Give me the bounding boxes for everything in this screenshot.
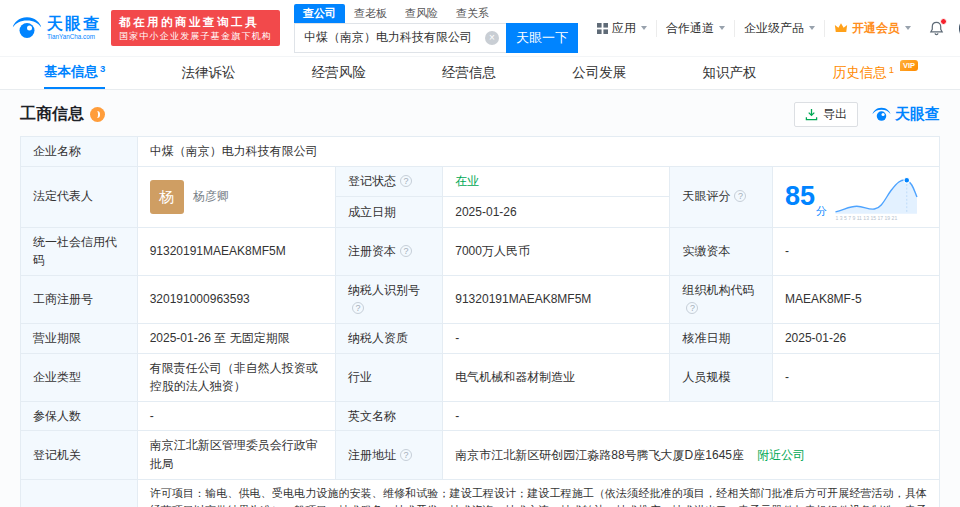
field-value-score: 85 分 1 3 5 7 9 11 13 15 17 19 21 (772, 166, 939, 227)
menu-cooperation[interactable]: 合作通道 (656, 20, 734, 37)
top-menu: 应用 合作通道 企业级产品 开通会员 (588, 16, 960, 41)
legal-rep-avatar[interactable]: 杨 (150, 180, 184, 214)
promo-line1: 都在用的商业查询工具 (119, 14, 272, 30)
menu-apps-label: 应用 (612, 20, 636, 37)
search-input[interactable] (294, 23, 506, 53)
search-tab-relation[interactable]: 查关系 (447, 4, 498, 23)
menu-open-vip[interactable]: 开通会员 (824, 20, 920, 37)
tab-label: 公司发展 (572, 64, 626, 82)
field-label-reg-status: 登记状态? (336, 166, 443, 197)
table-row: 企业类型 有限责任公司（非自然人投资或控股的法人独资） 行业 电气机械和器材制造… (21, 353, 940, 401)
tab-history-info[interactable]: 历史信息1 VIP (833, 57, 916, 89)
field-value-reg-capital: 7000万人民币 (443, 227, 670, 275)
field-label-legal-rep: 法定代表人 (21, 166, 138, 227)
tab-basic-info[interactable]: 基本信息3 (44, 57, 105, 89)
nearby-companies-link[interactable]: 附近公司 (757, 448, 805, 462)
tab-label: 经营信息 (442, 64, 496, 82)
field-label-reg-no: 工商注册号 (21, 275, 138, 323)
table-row: 工商注册号 320191000963593 纳税人识别号? 91320191MA… (21, 275, 940, 323)
menu-cooperation-label: 合作通道 (666, 20, 714, 37)
tab-label: 知识产权 (702, 64, 756, 82)
tab-label: 经营风险 (312, 64, 366, 82)
brand-watermark: 天眼查 (872, 105, 940, 124)
top-header: 天眼查 TianYanCha.com 都在用的商业查询工具 国家中小企业发展子基… (0, 0, 960, 56)
tianyancha-logo[interactable]: 天眼查 TianYanCha.com (12, 13, 101, 43)
table-row: 企业名称 中煤（南京）电力科技有限公司 (21, 137, 940, 167)
field-value-taxpayer-id: 91320191MAEAK8MF5M (443, 275, 670, 323)
search-tab-company[interactable]: 查公司 (294, 4, 345, 23)
info-icon[interactable]: ? (400, 245, 412, 257)
notification-bell[interactable] (920, 21, 953, 36)
tab-intellectual-property[interactable]: 知识产权 (702, 57, 756, 89)
field-label-business-term: 营业期限 (21, 323, 138, 353)
field-value-org-code: MAEAK8MF-5 (772, 275, 939, 323)
field-value-english-name: - (443, 401, 940, 431)
search-button[interactable]: 天眼一下 (506, 23, 578, 53)
field-value-approval-date: 2025-01-26 (772, 323, 939, 353)
menu-vip-label: 开通会员 (852, 20, 900, 37)
grid-icon (597, 23, 608, 34)
field-value-reg-no: 320191000963593 (137, 275, 335, 323)
tab-badge: 1 (889, 64, 894, 75)
score-value[interactable]: 85 (785, 183, 815, 210)
info-icon[interactable]: ? (400, 175, 412, 187)
user-account[interactable]: 超级... (953, 16, 960, 41)
field-label-industry: 行业 (336, 353, 443, 401)
field-label-reg-address: 注册地址? (336, 431, 443, 479)
field-label-paid-capital: 实缴资本 (670, 227, 772, 275)
tab-label: 基本信息 (44, 63, 98, 81)
tianyancha-eye-icon (12, 13, 42, 43)
menu-apps[interactable]: 应用 (588, 20, 656, 37)
audio-icon[interactable] (90, 107, 105, 122)
field-label-approval-date: 核准日期 (670, 323, 772, 353)
field-value-staff-size: - (772, 353, 939, 401)
tianyancha-company-page: 天眼查 TianYanCha.com 都在用的商业查询工具 国家中小企业发展子基… (0, 0, 960, 507)
field-value-insured-num: - (137, 401, 335, 431)
crown-icon (834, 23, 848, 34)
tab-operating-risk[interactable]: 经营风险 (312, 57, 366, 89)
search-tab-boss[interactable]: 查老板 (345, 4, 396, 23)
tab-label: 法律诉讼 (182, 64, 236, 82)
table-row: 参保人数 - 英文名称 - (21, 401, 940, 431)
chevron-down-icon (641, 26, 647, 30)
logo-cn-text: 天眼查 (47, 15, 101, 33)
brand-name: 天眼查 (895, 105, 940, 124)
field-label-company-name: 企业名称 (21, 137, 138, 167)
legal-rep-name[interactable]: 杨彦卿 (193, 187, 229, 206)
export-icon (805, 108, 818, 121)
table-row: 经营范围 许可项目：输电、供电、受电电力设施的安装、维修和试验；建设工程设计；建… (21, 479, 940, 507)
field-value-paid-capital: - (772, 227, 939, 275)
main-content: 工商信息 导出 天眼查 (0, 90, 960, 507)
tab-company-development[interactable]: 公司发展 (572, 57, 626, 89)
table-row: 统一社会信用代码 91320191MAEAK8MF5M 注册资本? 7000万人… (21, 227, 940, 275)
info-icon[interactable]: ? (734, 190, 746, 202)
field-label-taxpayer-quality: 纳税人资质 (336, 323, 443, 353)
tab-operating-info[interactable]: 经营信息 (442, 57, 496, 89)
field-value-taxpayer-quality: - (443, 323, 670, 353)
search-tab-risk[interactable]: 查风险 (396, 4, 447, 23)
field-label-taxpayer-id: 纳税人识别号? (336, 275, 443, 323)
field-value-company-name: 中煤（南京）电力科技有限公司 (137, 137, 939, 167)
field-value-business-term: 2025-01-26 至 无固定期限 (137, 323, 335, 353)
field-label-business-scope: 经营范围 (21, 479, 138, 507)
field-label-insured-num: 参保人数 (21, 401, 138, 431)
tab-label: 历史信息 (833, 64, 887, 82)
menu-enterprise-products[interactable]: 企业级产品 (734, 20, 824, 37)
field-label-reg-authority: 登记机关 (21, 431, 138, 479)
field-value-establish-date: 2025-01-26 (443, 197, 670, 228)
info-icon[interactable]: ? (400, 449, 412, 461)
field-label-company-type: 企业类型 (21, 353, 138, 401)
info-icon[interactable]: ? (686, 302, 698, 314)
section-title: 工商信息 (20, 104, 105, 125)
score-trend-chart: 1 3 5 7 9 11 13 15 17 19 21 (831, 172, 927, 222)
section-header: 工商信息 导出 天眼查 (20, 90, 940, 136)
export-button[interactable]: 导出 (794, 102, 858, 127)
field-label-english-name: 英文名称 (336, 401, 443, 431)
field-label-org-code: 组织机构代码? (670, 275, 772, 323)
clear-search-icon[interactable]: × (485, 31, 499, 45)
promo-banner[interactable]: 都在用的商业查询工具 国家中小企业发展子基金旗下机构 (111, 10, 280, 47)
info-icon[interactable]: ? (352, 302, 364, 314)
export-label: 导出 (823, 106, 847, 123)
tab-legal-litigation[interactable]: 法律诉讼 (182, 57, 236, 89)
field-label-establish-date: 成立日期 (336, 197, 443, 228)
